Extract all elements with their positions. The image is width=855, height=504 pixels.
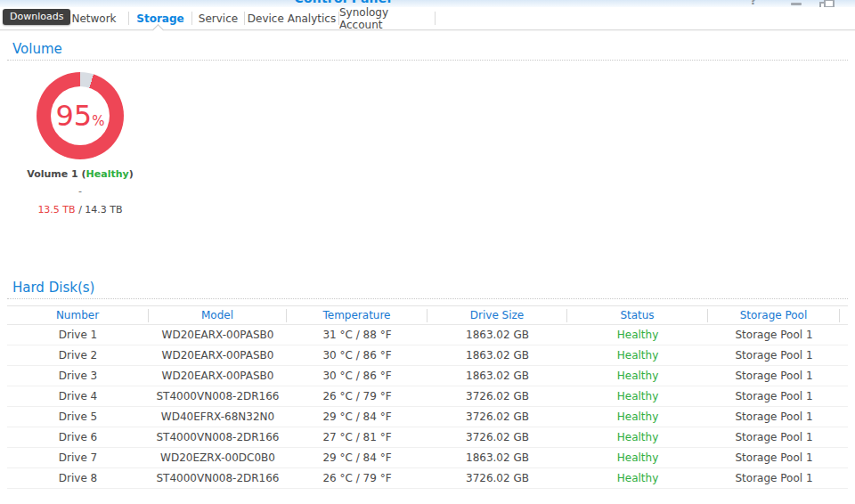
tab-device-analytics[interactable]: Device Analytics — [245, 7, 338, 30]
column-header-temperature[interactable]: Temperature — [287, 309, 428, 322]
cell-storage-pool: Storage Pool 1 — [708, 451, 840, 464]
cell-storage-pool: Storage Pool 1 — [708, 329, 840, 341]
cell-status: Healthy — [567, 329, 708, 341]
downloads-tooltip: Downloads — [3, 9, 70, 25]
column-header-status[interactable]: Status — [567, 309, 708, 322]
cell-storage-pool: Storage Pool 1 — [708, 390, 840, 402]
cell-number: Drive 1 — [7, 329, 149, 341]
cell-drive-size: 3726.02 GB — [428, 411, 567, 423]
cell-storage-pool: Storage Pool 1 — [708, 411, 840, 423]
tab-bar: Network Storage Service Device Analytics… — [0, 7, 855, 30]
cell-number: Drive 6 — [7, 431, 149, 443]
window-title: Control Panel — [267, 0, 419, 5]
volume-dash: - — [0, 185, 160, 197]
volume-usage-donut-chart: 95% — [37, 72, 124, 159]
cell-number: Drive 5 — [7, 411, 149, 423]
cell-status: Healthy — [567, 451, 708, 464]
cell-drive-size: 3726.02 GB — [428, 390, 567, 402]
tab-service[interactable]: Service — [192, 7, 244, 30]
table-row[interactable]: Drive 3 WD20EARX-00PASB0 30 °C / 86 °F 1… — [7, 366, 848, 386]
table-row[interactable]: Drive 4 ST4000VN008-2DR166 26 °C / 79 °F… — [7, 386, 848, 407]
cell-drive-size: 3726.02 GB — [428, 472, 567, 484]
cell-status: Healthy — [567, 431, 708, 443]
table-row[interactable]: Drive 5 WD40EFRX-68N32N0 29 °C / 84 °F 3… — [7, 407, 848, 427]
table-header-row: Number Model Temperature Drive Size Stat… — [7, 305, 848, 325]
cell-model: WD40EFRX-68N32N0 — [149, 411, 287, 423]
cell-drive-size: 1863.02 GB — [428, 349, 567, 362]
cell-model: ST4000VN008-2DR166 — [149, 431, 287, 443]
control-panel-window: Control Panel ? Network Storage Service … — [0, 0, 855, 504]
table-row[interactable]: Drive 7 WD20EZRX-00DC0B0 29 °C / 84 °F 1… — [7, 448, 848, 468]
cell-storage-pool: Storage Pool 1 — [708, 349, 840, 362]
hard-disks-section-heading: Hard Disk(s) — [12, 280, 94, 296]
cell-number: Drive 7 — [7, 451, 149, 464]
cell-status: Healthy — [567, 411, 708, 423]
disk-table-body: Drive 1 WD20EARX-00PASB0 31 °C / 88 °F 1… — [7, 325, 848, 489]
cell-temperature: 26 °C / 79 °F — [287, 390, 428, 402]
cell-temperature: 30 °C / 86 °F — [287, 349, 428, 362]
cell-status: Healthy — [567, 370, 708, 382]
cell-model: ST4000VN008-2DR166 — [149, 390, 287, 402]
minimize-icon[interactable] — [791, 3, 802, 5]
cell-storage-pool: Storage Pool 1 — [708, 370, 840, 382]
cell-status: Healthy — [567, 390, 708, 402]
volume-usage-percent: 95% — [56, 102, 105, 130]
column-header-spacer — [840, 309, 848, 322]
volume-used: 13.5 TB — [37, 204, 75, 215]
cell-model: WD20EZRX-00DC0B0 — [149, 451, 287, 464]
cell-drive-size: 1863.02 GB — [428, 329, 567, 341]
cell-temperature: 26 °C / 79 °F — [287, 472, 428, 484]
column-header-number[interactable]: Number — [7, 309, 149, 322]
table-row[interactable]: Drive 1 WD20EARX-00PASB0 31 °C / 88 °F 1… — [7, 325, 848, 345]
hard-disk-table: Number Model Temperature Drive Size Stat… — [7, 305, 848, 489]
cell-model: WD20EARX-00PASB0 — [149, 329, 287, 341]
cell-drive-size: 1863.02 GB — [428, 451, 567, 464]
column-header-storage-pool[interactable]: Storage Pool — [708, 309, 840, 322]
cell-storage-pool: Storage Pool 1 — [708, 472, 840, 484]
cell-status: Healthy — [567, 349, 708, 362]
cell-model: WD20EARX-00PASB0 — [149, 370, 287, 382]
cell-drive-size: 3726.02 GB — [428, 431, 567, 443]
volume-name-status: Volume 1 (Healthy) — [0, 168, 160, 180]
cell-number: Drive 8 — [7, 472, 149, 484]
volume-capacity: 13.5 TB / 14.3 TB — [0, 204, 160, 215]
tab-separator — [435, 12, 436, 25]
cell-model: ST4000VN008-2DR166 — [149, 472, 287, 484]
cell-status: Healthy — [567, 472, 708, 484]
table-row[interactable]: Drive 8 ST4000VN008-2DR166 26 °C / 79 °F… — [7, 468, 848, 489]
cell-number: Drive 3 — [7, 370, 149, 382]
cell-model: WD20EARX-00PASB0 — [149, 349, 287, 362]
section-divider — [7, 60, 848, 61]
help-icon[interactable]: ? — [750, 0, 757, 7]
cell-temperature: 29 °C / 84 °F — [287, 451, 428, 464]
volume-status-healthy: Healthy — [86, 168, 129, 180]
column-header-drive-size[interactable]: Drive Size — [428, 309, 567, 322]
cell-temperature: 27 °C / 81 °F — [287, 431, 428, 443]
table-row[interactable]: Drive 2 WD20EARX-00PASB0 30 °C / 86 °F 1… — [7, 345, 848, 366]
table-row[interactable]: Drive 6 ST4000VN008-2DR166 27 °C / 81 °F… — [7, 427, 848, 448]
section-divider — [7, 298, 848, 299]
column-header-model[interactable]: Model — [149, 309, 287, 322]
volume-section-heading: Volume — [12, 41, 62, 57]
cell-storage-pool: Storage Pool 1 — [708, 431, 840, 443]
volume-total: 14.3 TB — [85, 204, 122, 215]
cell-temperature: 31 °C / 88 °F — [287, 329, 428, 341]
tab-synology-account[interactable]: Synology Account — [339, 7, 435, 30]
cell-drive-size: 1863.02 GB — [428, 370, 567, 382]
cell-temperature: 30 °C / 86 °F — [287, 370, 428, 382]
donut-hole: 95% — [51, 86, 110, 145]
cell-number: Drive 2 — [7, 349, 149, 362]
cell-temperature: 29 °C / 84 °F — [287, 411, 428, 423]
cell-number: Drive 4 — [7, 390, 149, 402]
